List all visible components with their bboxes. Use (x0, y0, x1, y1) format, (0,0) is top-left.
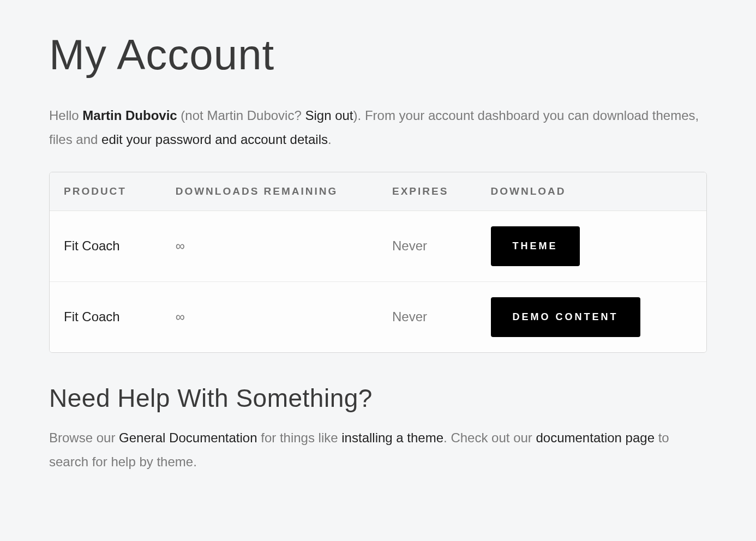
general-documentation-link[interactable]: General Documentation (119, 430, 257, 445)
intro-period: . (328, 132, 332, 147)
page-title: My Account (49, 33, 707, 77)
downloads-table: Product Downloads Remaining Expires Down… (49, 172, 707, 353)
table-row: Fit Coach ∞ Never Demo Content (50, 281, 706, 352)
user-name: Martin Dubovic (82, 108, 177, 123)
cell-expires: Never (378, 281, 477, 352)
not-user-text: (not Martin Dubovic? (177, 108, 305, 123)
cell-download: Demo Content (477, 281, 706, 352)
table-row: Fit Coach ∞ Never Theme (50, 211, 706, 281)
cell-remaining: ∞ (161, 281, 378, 352)
th-download: Download (477, 172, 706, 211)
th-expires: Expires (378, 172, 477, 211)
table-header-row: Product Downloads Remaining Expires Down… (50, 172, 706, 211)
intro-text: Hello Martin Dubovic (not Martin Dubovic… (49, 104, 707, 152)
cell-product: Fit Coach (50, 211, 161, 281)
th-remaining: Downloads Remaining (161, 172, 378, 211)
download-theme-button[interactable]: Theme (491, 226, 580, 266)
help-after-install: . Check out our (443, 430, 536, 445)
help-prefix: Browse our (49, 430, 119, 445)
sign-out-link[interactable]: Sign out (305, 108, 353, 123)
cell-expires: Never (378, 211, 477, 281)
edit-account-link[interactable]: edit your password and account details (101, 132, 328, 147)
documentation-page-link[interactable]: documentation page (536, 430, 655, 445)
hello-text: Hello (49, 108, 82, 123)
cell-product: Fit Coach (50, 281, 161, 352)
download-demo-content-button[interactable]: Demo Content (491, 297, 640, 337)
installing-theme-link[interactable]: installing a theme (341, 430, 443, 445)
th-product: Product (50, 172, 161, 211)
cell-remaining: ∞ (161, 211, 378, 281)
help-text: Browse our General Documentation for thi… (49, 426, 707, 474)
help-title: Need Help With Something? (49, 383, 707, 413)
cell-download: Theme (477, 211, 706, 281)
help-mid: for things like (257, 430, 342, 445)
